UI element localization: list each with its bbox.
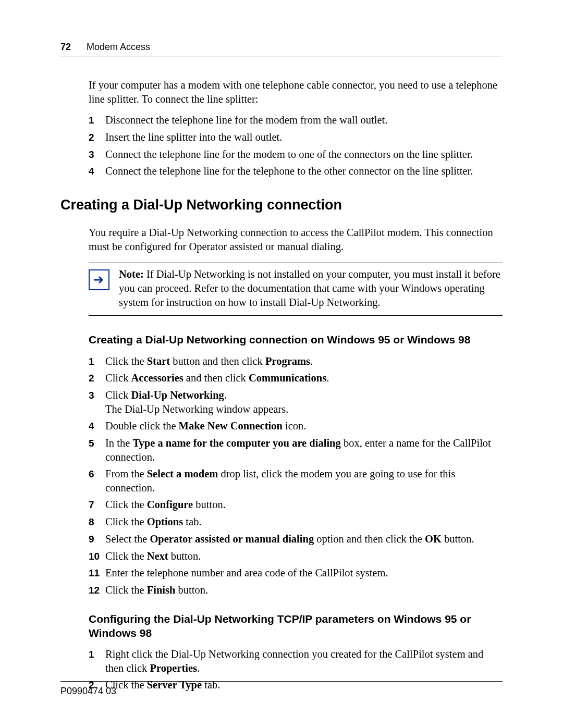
step-number: 11 xyxy=(89,567,105,580)
step-text: Enter the telephone number and area code… xyxy=(105,566,503,580)
step-text: Click the Options tab. xyxy=(105,515,503,529)
list-item: 12Click the Finish button. xyxy=(89,583,503,597)
step-text: Connect the telephone line for the telep… xyxy=(105,164,503,178)
step-text: Double click the Make New Connection ico… xyxy=(105,419,503,433)
step-text: Click the Next button. xyxy=(105,549,503,563)
step-text: Click the Start button and then click Pr… xyxy=(105,354,503,368)
list-item: 3Click Dial-Up Networking.The Dial-Up Ne… xyxy=(89,388,503,416)
step-number: 4 xyxy=(89,420,105,433)
list-item: 4Double click the Make New Connection ic… xyxy=(89,419,503,433)
step-text: In the Type a name for the computer you … xyxy=(105,436,503,464)
list-item: 2Click Accessories and then click Commun… xyxy=(89,371,503,385)
dialup-intro-paragraph: You require a Dial-Up Networking connect… xyxy=(89,226,503,253)
list-item: 3Connect the telephone line for the mode… xyxy=(89,147,503,162)
intro-paragraph: If your computer has a modem with one te… xyxy=(89,78,503,106)
step-text: Click the Configure button. xyxy=(105,498,503,512)
note-callout: Note: If Dial-Up Networking is not insta… xyxy=(89,263,503,316)
list-item: 1Right click the Dial-Up Networking conn… xyxy=(89,647,503,675)
step-text: Right click the Dial-Up Networking conne… xyxy=(105,647,503,675)
step-number: 6 xyxy=(89,468,105,481)
step-text: Click Dial-Up Networking.The Dial-Up Net… xyxy=(105,388,503,416)
subheading-win95-98-tcpip: Configuring the Dial-Up Networking TCP/I… xyxy=(89,612,503,640)
list-item: 10Click the Next button. xyxy=(89,549,503,563)
document-page: 72 Modem Access If your computer has a m… xyxy=(0,0,563,728)
list-item: 11Enter the telephone number and area co… xyxy=(89,566,503,580)
step-number: 2 xyxy=(89,131,105,144)
list-item: 8Click the Options tab. xyxy=(89,515,503,529)
step-text: From the Select a modem drop list, click… xyxy=(105,467,503,495)
note-body: If Dial-Up Networking is not installed o… xyxy=(119,268,500,307)
list-item: 7Click the Configure button. xyxy=(89,498,503,512)
step-number: 8 xyxy=(89,516,105,529)
step-number: 12 xyxy=(89,584,105,597)
step-text: Connect the telephone line for the modem… xyxy=(105,147,503,162)
step-number: 1 xyxy=(89,648,105,661)
step-number: 5 xyxy=(89,437,105,450)
list-item: 5In the Type a name for the computer you… xyxy=(89,436,503,464)
header-section-title: Modem Access xyxy=(87,42,150,52)
step-number: 3 xyxy=(89,149,105,162)
step-number: 1 xyxy=(89,355,105,368)
list-item: 4Connect the telephone line for the tele… xyxy=(89,164,503,178)
step-number: 3 xyxy=(89,389,105,402)
line-splitter-steps: 1Disconnect the telephone line for the m… xyxy=(89,113,503,178)
header-line: 72 Modem Access xyxy=(60,42,150,52)
note-label: Note: xyxy=(119,268,144,280)
step-number: 2 xyxy=(89,372,105,385)
step-number: 1 xyxy=(89,114,105,127)
step-number: 4 xyxy=(89,165,105,178)
arrow-right-icon xyxy=(89,269,109,290)
create-connection-steps: 1Click the Start button and then click P… xyxy=(89,354,503,597)
note-text: Note: If Dial-Up Networking is not insta… xyxy=(119,267,503,309)
page-footer: P0990474 03 xyxy=(60,681,503,697)
step-number: 7 xyxy=(89,499,105,512)
list-item: 1Click the Start button and then click P… xyxy=(89,354,503,368)
step-text: Select the Operator assisted or manual d… xyxy=(105,532,503,546)
page-header: 72 Modem Access xyxy=(60,42,503,56)
step-number: 10 xyxy=(89,550,105,563)
step-text: Click Accessories and then click Communi… xyxy=(105,371,503,385)
list-item: 6From the Select a modem drop list, clic… xyxy=(89,467,503,495)
step-text: Insert the line splitter into the wall o… xyxy=(105,130,503,144)
list-item: 9Select the Operator assisted or manual … xyxy=(89,532,503,546)
subheading-win95-98-create: Creating a Dial-Up Networking connection… xyxy=(89,332,503,347)
list-item: 1Disconnect the telephone line for the m… xyxy=(89,113,503,127)
page-number: 72 xyxy=(60,42,71,52)
step-text: Disconnect the telephone line for the mo… xyxy=(105,113,503,127)
step-text: Click the Finish button. xyxy=(105,583,503,597)
step-number: 9 xyxy=(89,533,105,546)
document-id: P0990474 03 xyxy=(60,686,116,696)
list-item: 2Insert the line splitter into the wall … xyxy=(89,130,503,144)
heading-creating-connection: Creating a Dial-Up Networking connection xyxy=(60,197,503,213)
